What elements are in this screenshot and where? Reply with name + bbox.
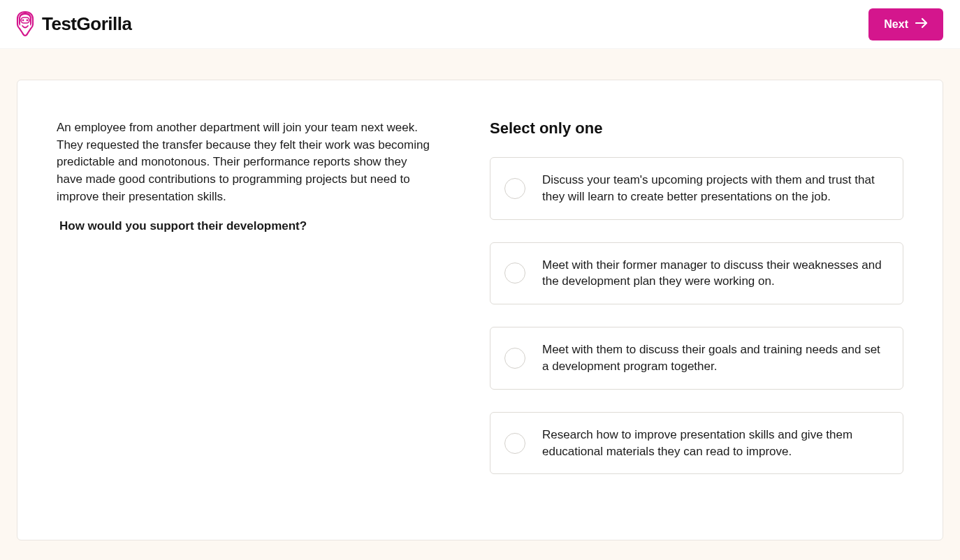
brand-name: TestGorilla [42,13,131,35]
arrow-right-icon [915,17,928,31]
gorilla-icon [14,10,36,38]
radio-icon [504,433,525,454]
app-header: TestGorilla Next [0,0,960,49]
question-prompt: How would you support their development? [59,219,434,233]
answer-option-label: Meet with them to discuss their goals an… [542,341,886,375]
next-button[interactable]: Next [868,8,943,40]
answer-option-label: Research how to improve presentation ski… [542,427,886,460]
brand-logo: TestGorilla [14,10,131,38]
question-panel: An employee from another department will… [57,119,434,491]
radio-icon [504,348,525,369]
radio-icon [504,178,525,199]
svg-point-2 [27,19,29,21]
answer-option-label: Discuss your team's upcoming projects wi… [542,172,886,205]
answer-option[interactable]: Meet with them to discuss their goals an… [490,327,903,390]
answer-option-label: Meet with their former manager to discus… [542,257,886,290]
question-card: An employee from another department will… [17,80,943,540]
answer-option[interactable]: Discuss your team's upcoming projects wi… [490,157,903,220]
answer-option[interactable]: Research how to improve presentation ski… [490,412,903,475]
next-button-label: Next [884,18,908,31]
answers-panel: Select only one Discuss your team's upco… [490,119,903,491]
page-body: An employee from another department will… [0,49,960,557]
answer-option[interactable]: Meet with their former manager to discus… [490,242,903,305]
select-heading: Select only one [490,119,903,138]
scenario-text: An employee from another department will… [57,119,434,205]
svg-point-1 [22,19,24,21]
radio-icon [504,263,525,283]
